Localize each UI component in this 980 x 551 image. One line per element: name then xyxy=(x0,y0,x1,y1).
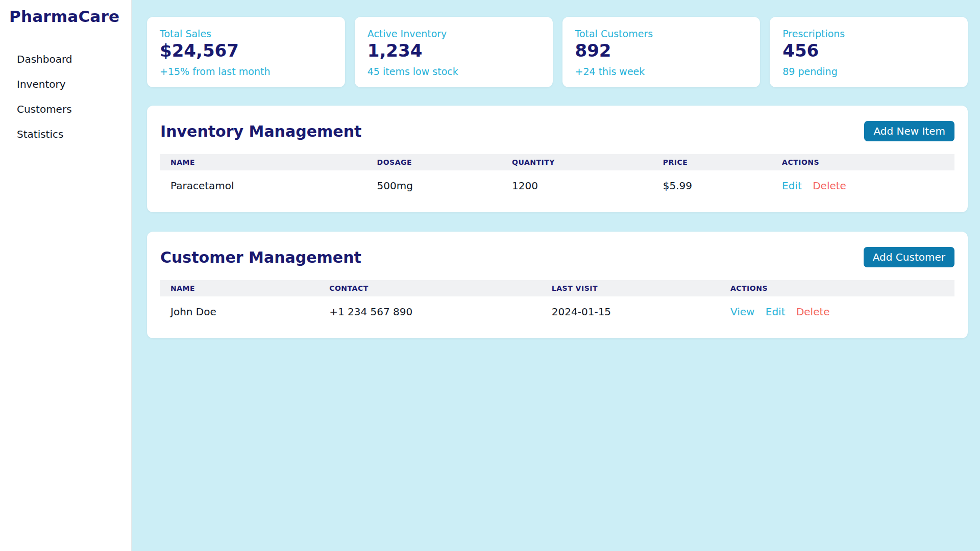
inventory-table-header-row: NAME DOSAGE QUANTITY PRICE ACTIONS xyxy=(160,154,954,170)
customer-column-lastvisit: LAST VISIT xyxy=(542,280,720,296)
inventory-table: NAME DOSAGE QUANTITY PRICE ACTIONS Parac… xyxy=(160,154,954,203)
sidebar-item-dashboard[interactable]: Dashboard xyxy=(0,47,131,72)
stat-subtext: +15% from last month xyxy=(160,66,332,77)
app-logo: PharmaCare xyxy=(0,7,131,26)
inventory-column-actions: ACTIONS xyxy=(772,154,954,170)
customer-section-title: Customer Management xyxy=(160,248,361,266)
customer-table-header-row: NAME CONTACT LAST VISIT ACTIONS xyxy=(160,280,954,296)
inventory-cell-dosage: 500mg xyxy=(367,170,502,203)
stat-card-total-customers: Total Customers 892 +24 this week xyxy=(562,17,761,87)
customer-section-header: Customer Management Add Customer xyxy=(160,247,954,267)
customer-cell-lastvisit: 2024-01-15 xyxy=(542,296,720,329)
inventory-cell-price: $5.99 xyxy=(653,170,772,203)
sidebar-item-statistics[interactable]: Statistics xyxy=(0,122,131,147)
customer-cell-actions: View Edit Delete xyxy=(720,296,954,329)
inventory-column-quantity: QUANTITY xyxy=(502,154,653,170)
inventory-delete-link[interactable]: Delete xyxy=(813,180,846,192)
customer-view-link[interactable]: View xyxy=(730,306,754,318)
customer-column-actions: ACTIONS xyxy=(720,280,954,296)
stat-label: Total Customers xyxy=(575,28,748,39)
customer-cell-name: John Doe xyxy=(160,296,319,329)
customer-column-contact: CONTACT xyxy=(319,280,542,296)
add-new-item-button[interactable]: Add New Item xyxy=(864,121,954,141)
inventory-edit-link[interactable]: Edit xyxy=(782,180,802,192)
table-row: Paracetamol 500mg 1200 $5.99 Edit Delete xyxy=(160,170,954,203)
stat-card-total-sales: Total Sales $24,567 +15% from last month xyxy=(147,17,345,87)
inventory-column-name: NAME xyxy=(160,154,367,170)
app-window: PharmaCare Dashboard Inventory Customers… xyxy=(0,0,980,551)
inventory-column-dosage: DOSAGE xyxy=(367,154,502,170)
stat-card-prescriptions: Prescriptions 456 89 pending xyxy=(770,17,968,87)
sidebar-nav: Dashboard Inventory Customers Statistics xyxy=(0,47,131,147)
customer-delete-link[interactable]: Delete xyxy=(796,306,830,318)
stat-label: Total Sales xyxy=(160,28,332,39)
stat-subtext: +24 this week xyxy=(575,66,748,77)
table-row: John Doe +1 234 567 890 2024-01-15 View … xyxy=(160,296,954,329)
customer-column-name: NAME xyxy=(160,280,319,296)
stat-value: $24,567 xyxy=(160,41,332,61)
inventory-column-price: PRICE xyxy=(653,154,772,170)
inventory-cell-actions: Edit Delete xyxy=(772,170,954,203)
inventory-section-header: Inventory Management Add New Item xyxy=(160,121,954,141)
sidebar-item-inventory[interactable]: Inventory xyxy=(0,72,131,97)
inventory-section-title: Inventory Management xyxy=(160,122,361,140)
customer-table: NAME CONTACT LAST VISIT ACTIONS John Doe… xyxy=(160,280,954,329)
inventory-cell-quantity: 1200 xyxy=(502,170,653,203)
sidebar-item-customers[interactable]: Customers xyxy=(0,97,131,122)
stat-subtext: 89 pending xyxy=(782,66,955,77)
stat-value: 1,234 xyxy=(368,41,540,61)
stats-row: Total Sales $24,567 +15% from last month… xyxy=(147,17,968,87)
sidebar: PharmaCare Dashboard Inventory Customers… xyxy=(0,0,132,551)
customer-section: Customer Management Add Customer NAME CO… xyxy=(147,232,968,338)
main-content: Total Sales $24,567 +15% from last month… xyxy=(132,0,980,551)
stat-subtext: 45 items low stock xyxy=(368,66,540,77)
add-customer-button[interactable]: Add Customer xyxy=(864,247,954,267)
customer-cell-contact: +1 234 567 890 xyxy=(319,296,542,329)
inventory-section: Inventory Management Add New Item NAME D… xyxy=(147,106,968,212)
inventory-cell-name: Paracetamol xyxy=(160,170,367,203)
stat-label: Prescriptions xyxy=(782,28,955,39)
customer-edit-link[interactable]: Edit xyxy=(766,306,786,318)
stat-value: 456 xyxy=(782,41,955,61)
stat-label: Active Inventory xyxy=(368,28,540,39)
stat-card-active-inventory: Active Inventory 1,234 45 items low stoc… xyxy=(355,17,553,87)
stat-value: 892 xyxy=(575,41,748,61)
